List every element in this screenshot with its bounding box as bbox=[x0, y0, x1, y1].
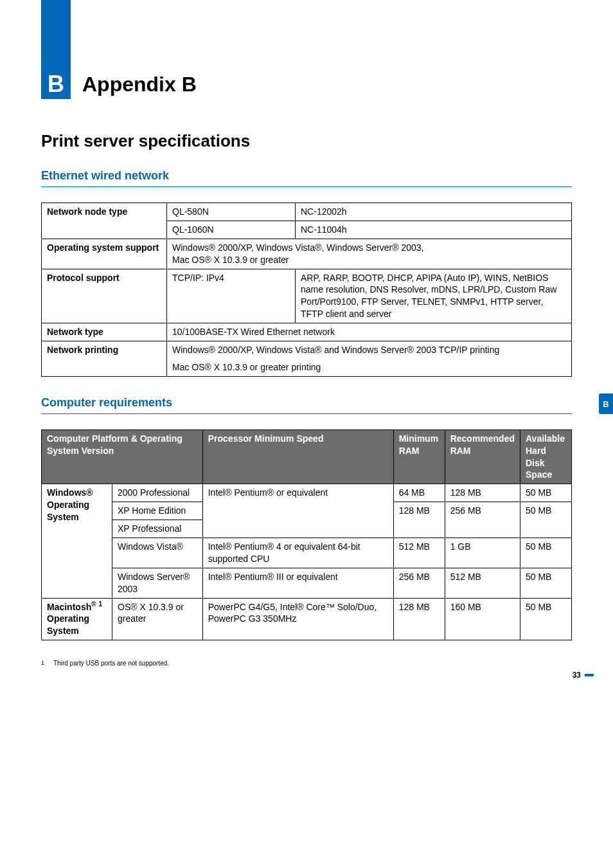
side-tab: B bbox=[599, 393, 613, 414]
text: Mac OS® X 10.3.9 or greater printing bbox=[172, 361, 566, 374]
cell-label: Network printing bbox=[42, 341, 167, 377]
cell: 50 MB bbox=[520, 598, 572, 640]
page-number: 33 bbox=[573, 671, 594, 680]
cell: Windows® 2000/XP, Windows Vista® and Win… bbox=[167, 341, 572, 377]
cell: NC-11004h bbox=[296, 221, 572, 239]
footnote-number: 1 bbox=[41, 660, 44, 667]
cell-label: Operating system support bbox=[42, 239, 167, 269]
header-cell: Processor Minimum Speed bbox=[202, 429, 393, 484]
cell: Windows Vista® bbox=[112, 538, 203, 568]
header-cell: Available Hard Disk Space bbox=[520, 429, 572, 484]
footnote-text: Third party USB ports are not supported. bbox=[53, 660, 169, 667]
table-row: Network printing Windows® 2000/XP, Windo… bbox=[42, 341, 572, 377]
page-mark-icon bbox=[585, 674, 594, 676]
cell: QL-1060N bbox=[167, 221, 296, 239]
requirements-table: Computer Platform & Operating System Ver… bbox=[41, 429, 572, 640]
cell: 128 MB bbox=[393, 502, 445, 538]
table-row: Operating system support Windows® 2000/X… bbox=[42, 239, 572, 269]
cell: 50 MB bbox=[520, 538, 572, 568]
cell: 160 MB bbox=[445, 598, 520, 640]
cell: 512 MB bbox=[393, 538, 445, 568]
cell: 512 MB bbox=[445, 568, 520, 598]
cell: Windows® 2000/XP, Windows Vista®, Window… bbox=[167, 239, 572, 269]
top-stripe-fill bbox=[41, 0, 71, 69]
cell: Intel® Pentium® 4 or equivalent 64-bit s… bbox=[202, 538, 393, 568]
table-row: Protocol support TCP/IP: IPv4 ARP, RARP,… bbox=[42, 269, 572, 323]
cell: Intel® Pentium® III or equivalent bbox=[202, 568, 393, 598]
cell: 50 MB bbox=[520, 484, 572, 502]
cell: 256 MB bbox=[445, 502, 520, 538]
cell: 10/100BASE-TX Wired Ethernet network bbox=[167, 323, 572, 341]
table-row: Network type 10/100BASE-TX Wired Etherne… bbox=[42, 323, 572, 341]
cell: 1 GB bbox=[445, 538, 520, 568]
table-row: Macintosh® 1 Operating System OS® X 10.3… bbox=[42, 598, 572, 640]
cell-label: Network node type bbox=[42, 203, 167, 239]
cell: Windows Server® 2003 bbox=[112, 568, 203, 598]
cell-group: Macintosh® 1 Operating System bbox=[42, 598, 112, 640]
page-number-text: 33 bbox=[573, 671, 581, 680]
text: Mac OS® X 10.3.9 or greater bbox=[172, 255, 289, 265]
table-row: Windows Vista® Intel® Pentium® 4 or equi… bbox=[42, 538, 572, 568]
cell-label: Network type bbox=[42, 323, 167, 341]
cell: OS® X 10.3.9 or greater bbox=[112, 598, 203, 640]
cell: 128 MB bbox=[393, 598, 445, 640]
ethernet-table: Network node type QL-580N NC-12002h QL-1… bbox=[41, 203, 572, 377]
cell: PowerPC G4/G5, Intel® Core™ Solo/Duo, Po… bbox=[202, 598, 393, 640]
cell: XP Home Edition bbox=[112, 502, 203, 520]
cell: 64 MB bbox=[393, 484, 445, 502]
cell-label: Protocol support bbox=[42, 269, 167, 323]
text: Windows® 2000/XP, Windows Vista® and Win… bbox=[172, 344, 566, 356]
cell: XP Professional bbox=[112, 520, 203, 538]
cell: NC-12002h bbox=[296, 203, 572, 221]
cell: 2000 Professional bbox=[112, 484, 203, 502]
header-cell: Computer Platform & Operating System Ver… bbox=[42, 429, 203, 484]
cell: 50 MB bbox=[520, 502, 572, 538]
table-row: Windows® Operating System 2000 Professio… bbox=[42, 484, 572, 502]
header-cell: Minimum RAM bbox=[393, 429, 445, 484]
appendix-header: B Appendix B bbox=[41, 69, 572, 99]
footnote: 1 Third party USB ports are not supporte… bbox=[41, 660, 572, 667]
cell: 256 MB bbox=[393, 568, 445, 598]
cell: Intel® Pentium® or equivalent bbox=[202, 484, 393, 538]
table-header-row: Computer Platform & Operating System Ver… bbox=[42, 429, 572, 484]
text: Windows® 2000/XP, Windows Vista®, Window… bbox=[172, 242, 424, 253]
appendix-title: Appendix B bbox=[82, 73, 197, 96]
top-margin-stripe bbox=[0, 0, 613, 69]
cell: 128 MB bbox=[445, 484, 520, 502]
cell: QL-580N bbox=[167, 203, 296, 221]
cell: 50 MB bbox=[520, 568, 572, 598]
appendix-letter-box: B bbox=[41, 69, 71, 99]
ethernet-heading: Ethernet wired network bbox=[41, 169, 572, 187]
requirements-heading: Computer requirements bbox=[41, 396, 572, 414]
table-row: Windows Server® 2003 Intel® Pentium® III… bbox=[42, 568, 572, 598]
cell-group: Windows® Operating System bbox=[42, 484, 112, 598]
table-row: Network node type QL-580N NC-12002h bbox=[42, 203, 572, 221]
header-cell: Recommended RAM bbox=[445, 429, 520, 484]
cell: ARP, RARP, BOOTP, DHCP, APIPA (Auto IP),… bbox=[296, 269, 572, 323]
section-title: Print server specifications bbox=[41, 131, 572, 151]
cell: TCP/IP: IPv4 bbox=[167, 269, 296, 323]
